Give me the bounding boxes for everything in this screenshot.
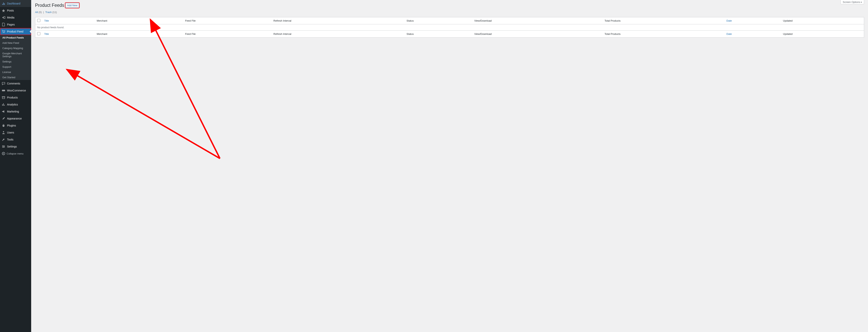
filter-separator: | xyxy=(43,11,44,13)
sidebar-item-pages[interactable]: Pages xyxy=(0,21,31,28)
list-filters: All (0) | Trash (11) xyxy=(35,11,864,13)
sidebar-item-dashboard[interactable]: Dashboard xyxy=(0,0,31,7)
col-date-footer[interactable]: Date xyxy=(724,31,781,38)
svg-point-1 xyxy=(3,33,3,33)
col-refresh-interval: Refresh Interval xyxy=(272,17,405,24)
sidebar-item-label: Posts xyxy=(7,9,14,12)
page-title: Product Feeds xyxy=(35,3,64,8)
admin-sidebar: Dashboard Posts Media Pages Product Feed… xyxy=(0,0,31,39)
col-merchant: Merchant xyxy=(95,17,183,24)
col-view-download: View/Download xyxy=(472,17,603,24)
col-view-download-footer: View/Download xyxy=(472,31,603,38)
page-header: Product Feeds Add New xyxy=(35,3,864,8)
filter-all-link[interactable]: All xyxy=(35,11,38,13)
select-all-checkbox-footer[interactable] xyxy=(37,32,40,35)
media-icon xyxy=(2,15,5,20)
sidebar-item-label: Product Feed xyxy=(7,30,23,33)
svg-point-0 xyxy=(2,17,3,18)
col-updated-footer: Updated xyxy=(781,31,864,38)
filter-trash-count: (11) xyxy=(53,11,57,13)
submenu-item-all-feeds[interactable]: All Product Feeds xyxy=(0,35,31,39)
pin-icon xyxy=(2,8,5,12)
col-updated: Updated xyxy=(781,17,864,24)
sidebar-item-label: Dashboard xyxy=(7,2,21,5)
sidebar-item-posts[interactable]: Posts xyxy=(0,7,31,14)
col-merchant-footer: Merchant xyxy=(95,31,183,38)
page-icon xyxy=(2,23,5,27)
main-content: Screen Options Product Feeds Add New All… xyxy=(31,0,868,39)
col-total-products: Total Products xyxy=(602,17,724,24)
cart-icon xyxy=(2,30,5,33)
col-date[interactable]: Date xyxy=(724,17,781,24)
table-empty-row: No product feeds found. xyxy=(35,24,864,31)
dashboard-icon xyxy=(2,2,5,5)
col-title[interactable]: Title xyxy=(42,17,95,24)
col-status: Status xyxy=(405,17,472,24)
table-empty-message: No product feeds found. xyxy=(35,24,864,31)
sidebar-item-media[interactable]: Media xyxy=(0,14,31,21)
col-title-footer[interactable]: Title xyxy=(42,31,95,38)
sidebar-item-label: Pages xyxy=(7,23,15,26)
filter-all-count: (0) xyxy=(38,11,42,13)
col-status-footer: Status xyxy=(405,31,472,38)
col-total-products-footer: Total Products xyxy=(602,31,724,38)
sidebar-item-product-feed[interactable]: Product Feed xyxy=(0,28,31,35)
svg-point-2 xyxy=(4,33,5,33)
col-refresh-interval-footer: Refresh Interval xyxy=(272,31,405,38)
select-all-footer[interactable] xyxy=(35,31,42,38)
product-feeds-table: Title Merchant Feed File Refresh Interva… xyxy=(35,17,864,38)
add-new-button[interactable]: Add New xyxy=(65,3,79,8)
filter-trash-link[interactable]: Trash xyxy=(45,11,52,13)
select-all-header[interactable] xyxy=(35,17,42,24)
col-feed-file: Feed File xyxy=(183,17,272,24)
sidebar-item-label: Media xyxy=(7,16,14,19)
col-feed-file-footer: Feed File xyxy=(183,31,272,38)
screen-options-button[interactable]: Screen Options xyxy=(840,0,864,4)
sidebar-submenu-product-feed: All Product Feeds Add New Feed Category … xyxy=(0,35,31,39)
select-all-checkbox[interactable] xyxy=(37,19,40,22)
